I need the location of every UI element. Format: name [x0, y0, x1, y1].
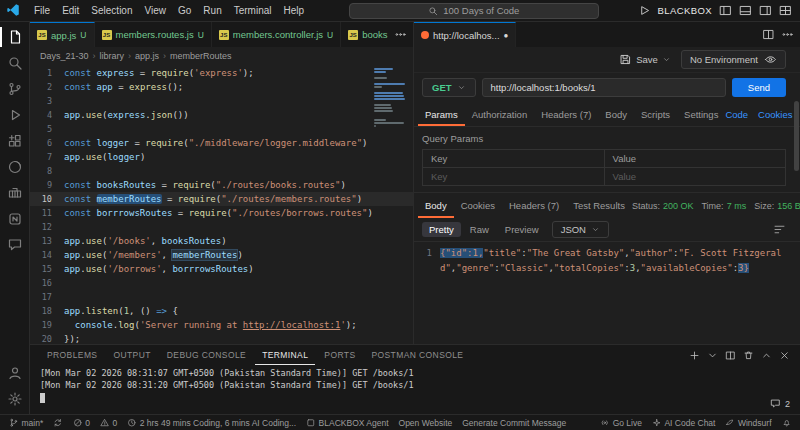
- response-body[interactable]: 1 {"id":1,"title":"The Great Gatsby","au…: [414, 242, 800, 344]
- code-line[interactable]: 14app.use('/members', memberRoutes): [30, 248, 413, 262]
- code-line[interactable]: 2const app = express();: [30, 80, 413, 94]
- param-input-key[interactable]: Key: [423, 168, 604, 185]
- code-line[interactable]: 1const express = require('express');: [30, 66, 413, 80]
- send-button[interactable]: Send: [732, 78, 786, 97]
- close-icon[interactable]: [779, 350, 790, 361]
- code-line[interactable]: 18app.listen(1, () => {: [30, 304, 413, 318]
- status-warning[interactable]: 0: [95, 415, 122, 430]
- response-tab-cookies[interactable]: Cookies: [454, 193, 502, 218]
- code-line[interactable]: 9const booksRoutes = require("./routes/b…: [30, 178, 413, 192]
- environment-selector[interactable]: No Environment: [681, 50, 786, 69]
- terminal-output[interactable]: [Mon Mar 02 2026 08:31:07 GMT+0500 (Paki…: [30, 365, 800, 414]
- status-sync[interactable]: [48, 415, 68, 430]
- code-line[interactable]: 7app.use(logger): [30, 150, 413, 164]
- breadcrumb[interactable]: Days_21-30›library›app.js›memberRoutes: [30, 47, 413, 64]
- tab-request[interactable]: http://localhos... ●: [414, 22, 516, 47]
- code-line[interactable]: 4app.use(express.json()): [30, 108, 413, 122]
- request-tab-headers-7[interactable]: Headers (7): [534, 102, 598, 126]
- request-tab-settings[interactable]: Settings: [677, 102, 725, 126]
- tab-books-data-js[interactable]: JSbooks.data.jsU: [341, 22, 388, 47]
- panel-tab-debug-console[interactable]: DEBUG CONSOLE: [160, 345, 253, 365]
- menu-go[interactable]: Go: [172, 3, 197, 18]
- url-input[interactable]: http://localhost:1/books/1: [482, 78, 726, 97]
- view-tab-pretty[interactable]: Pretty: [422, 222, 461, 237]
- response-tab-body[interactable]: Body: [418, 193, 454, 218]
- breadcrumb-library[interactable]: library: [100, 51, 125, 61]
- activity-explorer[interactable]: [0, 24, 29, 50]
- param-input-value[interactable]: Value: [604, 168, 786, 185]
- activity-containers[interactable]: [0, 180, 29, 206]
- view-tab-preview[interactable]: Preview: [498, 222, 546, 237]
- breadcrumb-memberroutes[interactable]: memberRoutes: [170, 51, 232, 61]
- plus-icon[interactable]: [689, 350, 700, 361]
- code-line[interactable]: 17: [30, 290, 413, 304]
- panel-tab-terminal[interactable]: TERMINAL: [255, 345, 315, 365]
- code-line[interactable]: 6const logger = require("./middleware/lo…: [30, 136, 413, 150]
- tab-app-js[interactable]: JSapp.jsU: [30, 22, 95, 47]
- request-tab-body[interactable]: Body: [598, 102, 634, 126]
- scrollbar[interactable]: [794, 48, 799, 342]
- status-sparkle[interactable]: AI Code Chat: [647, 415, 721, 430]
- status-error[interactable]: 0: [68, 415, 95, 430]
- activity-postman[interactable]: [0, 154, 29, 180]
- activity-settings[interactable]: [0, 386, 29, 412]
- blackbox-label[interactable]: BLACKBOX: [658, 5, 712, 16]
- status-branch[interactable]: main*: [4, 415, 48, 430]
- wrap-icon[interactable]: [773, 223, 786, 236]
- menu-run[interactable]: Run: [197, 3, 227, 18]
- activity-source-control[interactable]: [0, 76, 29, 102]
- chevron-down-icon[interactable]: [707, 350, 718, 361]
- more-icon[interactable]: [781, 28, 794, 41]
- layout-grid-icon[interactable]: [779, 4, 792, 17]
- activity-run-and-debug[interactable]: [0, 102, 29, 128]
- activity-chat[interactable]: [0, 232, 29, 258]
- menu-help[interactable]: Help: [278, 3, 311, 18]
- link-cookies[interactable]: Cookies: [758, 109, 792, 120]
- tab-members-controller-js[interactable]: JSmembers.controller.jsU: [212, 22, 341, 47]
- layout-sidebar-right-icon[interactable]: [759, 4, 772, 17]
- code-line[interactable]: 16: [30, 276, 413, 290]
- save-button[interactable]: Save: [619, 53, 671, 66]
- notification-badge[interactable]: 2: [770, 398, 790, 409]
- code-line[interactable]: 11const borrrowsRoutes = require("./rout…: [30, 206, 413, 220]
- activity-extensions[interactable]: [0, 128, 29, 154]
- code-line[interactable]: 3: [30, 94, 413, 108]
- menu-view[interactable]: View: [139, 3, 173, 18]
- menu-edit[interactable]: Edit: [56, 3, 85, 18]
- minimap[interactable]: [374, 68, 410, 127]
- breadcrumb-days-21-30[interactable]: Days_21-30: [40, 51, 89, 61]
- code-line[interactable]: 13app.use('/books', booksRoutes): [30, 234, 413, 248]
- play-icon[interactable]: [638, 4, 651, 17]
- request-tab-scripts[interactable]: Scripts: [634, 102, 677, 126]
- code-editor[interactable]: 1const express = require('express');2con…: [30, 64, 413, 344]
- code-line[interactable]: 8: [30, 164, 413, 178]
- request-tab-authorization[interactable]: Authorization: [465, 102, 534, 126]
- menu-selection[interactable]: Selection: [85, 3, 138, 18]
- breadcrumb-app-js[interactable]: app.js: [135, 51, 159, 61]
- activity-blackbox-ai[interactable]: [0, 206, 29, 232]
- response-tab-headers-7[interactable]: Headers (7): [502, 193, 566, 218]
- split-icon[interactable]: [762, 28, 775, 41]
- menu-terminal[interactable]: Terminal: [228, 3, 278, 18]
- code-line[interactable]: 5: [30, 122, 413, 136]
- status-broadcast[interactable]: Go Live: [595, 415, 647, 430]
- method-dropdown[interactable]: GET: [422, 78, 476, 97]
- status-surf[interactable]: Windsurf: [720, 415, 776, 430]
- panel-tab-postman-console[interactable]: POSTMAN CONSOLE: [364, 345, 470, 365]
- view-tab-raw[interactable]: Raw: [463, 222, 496, 237]
- code-line[interactable]: 20});: [30, 332, 413, 344]
- code-line[interactable]: 12: [30, 220, 413, 234]
- activity-account[interactable]: [0, 360, 29, 386]
- panel-tab-problems[interactable]: PROBLEMS: [40, 345, 104, 365]
- activity-search[interactable]: [0, 50, 29, 76]
- layout-panel-icon[interactable]: [739, 4, 752, 17]
- layout-sidebar-icon[interactable]: [719, 4, 732, 17]
- tab-members-routes-js[interactable]: JSmembers.routes.jsU: [95, 22, 212, 47]
- request-tab-params[interactable]: Params: [418, 102, 465, 126]
- code-line[interactable]: 19 console.log('Server running at http:/…: [30, 318, 413, 332]
- split-icon[interactable]: [725, 350, 736, 361]
- menu-file[interactable]: File: [28, 3, 56, 18]
- link-code[interactable]: Code: [725, 109, 748, 120]
- panel-tab-ports[interactable]: PORTS: [317, 345, 362, 365]
- code-line[interactable]: 10const memberRoutes = require("./routes…: [30, 192, 413, 206]
